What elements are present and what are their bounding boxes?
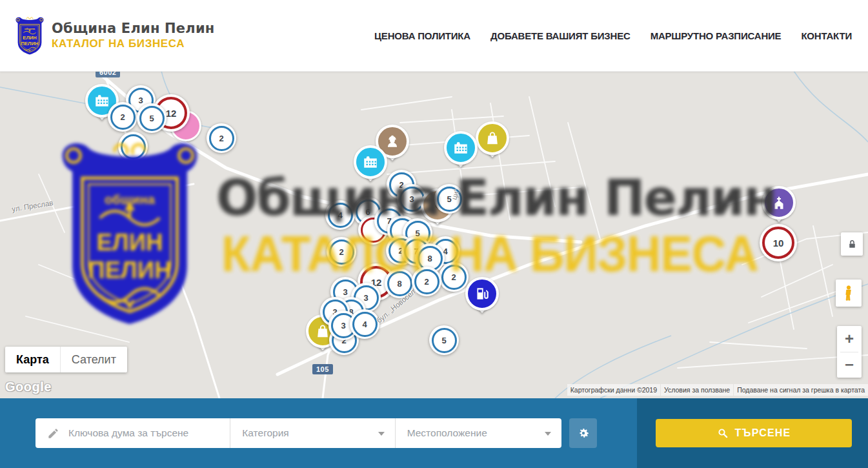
cluster-marker[interactable]: 10 (760, 224, 797, 261)
cluster-marker[interactable]: 4 (350, 309, 379, 339)
advanced-settings-button[interactable] (569, 418, 597, 448)
attribution-copyright: Картографски данни ©2019 (567, 384, 660, 396)
cluster-marker[interactable]: 2 (412, 267, 441, 296)
cluster-ring: 2 (329, 239, 354, 265)
cluster-ring: 2 (441, 265, 467, 290)
location-select[interactable]: Местоположение (395, 418, 561, 448)
map-attribution: Картографски данни ©2019 Условия за полз… (567, 384, 868, 396)
cluster-marker[interactable]: 5 (429, 325, 459, 355)
cluster-ring: 4 (328, 203, 353, 228)
cluster-marker[interactable] (118, 132, 148, 161)
cluster-marker[interactable]: 2 (207, 123, 236, 153)
markers-layer: 312252235647522748212823383234510 (0, 71, 868, 398)
cluster-ring (121, 134, 146, 159)
street-view-pegman-button[interactable] (836, 280, 862, 307)
cluster-marker[interactable]: 4 (325, 200, 355, 230)
cluster-count: 12 (166, 108, 177, 119)
cluster-marker[interactable]: 2 (439, 262, 469, 292)
attribution-terms-link[interactable]: Условия за ползване (661, 384, 733, 396)
map-type-satellite-button[interactable]: Сателит (60, 347, 127, 372)
cluster-count: 3 (138, 96, 143, 105)
lock-icon (847, 239, 858, 250)
cluster-ring: 4 (352, 312, 378, 337)
pencil-icon (47, 427, 59, 440)
keyword-field (35, 418, 230, 448)
cluster-ring: 2 (110, 105, 136, 130)
zoom-in-button[interactable]: + (837, 326, 862, 352)
cluster-ring: 5 (432, 328, 457, 353)
search-icon (717, 427, 729, 439)
cluster-count: 2 (424, 277, 429, 287)
search-button-label: ТЪРСЕНЕ (735, 427, 791, 439)
fullscreen-lock-button[interactable] (841, 232, 863, 256)
cluster-count: 5 (441, 336, 446, 345)
location-select-label: Местоположение (407, 427, 487, 439)
factory-icon (354, 145, 387, 179)
cluster-marker[interactable]: 5 (434, 184, 464, 214)
church-pin[interactable] (762, 186, 796, 229)
fuel-pin[interactable] (465, 277, 499, 320)
fuel-icon (465, 277, 499, 310)
bag-icon (476, 121, 509, 155)
category-select[interactable]: Категория (230, 418, 394, 448)
municipality-emblem-icon (14, 15, 45, 56)
chevron-down-icon (545, 432, 551, 436)
cluster-marker[interactable]: 2 (108, 102, 137, 132)
cluster-count: 2 (219, 134, 223, 143)
cluster-ring: 5 (139, 106, 165, 131)
cluster-count: 2 (339, 247, 343, 257)
nav-item-route-schedule[interactable]: МАРШРУТНО РАЗПИСАНИЕ (651, 30, 782, 41)
cluster-count: 2 (451, 272, 456, 282)
search-fields-group: Категория Местоположение (35, 418, 561, 448)
bag-pin[interactable] (476, 121, 509, 164)
cluster-ring: 2 (414, 269, 439, 294)
google-logo[interactable]: Google (5, 380, 52, 394)
cluster-count: 2 (120, 112, 125, 122)
site-subtitle: КАТАЛОГ НА БИЗНЕСА (52, 37, 215, 50)
cluster-count: 3 (363, 293, 368, 303)
cluster-count: 4 (338, 210, 342, 220)
cluster-count: 3 (409, 194, 414, 204)
cluster-count: 3 (341, 321, 345, 331)
cluster-marker[interactable]: 5 (137, 103, 167, 133)
nav-item-add-business[interactable]: ДОБАВЕТЕ ВАШИЯТ БИЗНЕС (490, 30, 631, 41)
site-logo[interactable]: Община Елин Пелин КАТАЛОГ НА БИЗНЕСА (14, 15, 215, 56)
search-bar: Категория Местоположение ТЪРСЕНЕ (0, 398, 868, 468)
zoom-control: + − (837, 326, 862, 378)
cluster-count: 4 (362, 320, 367, 329)
road-badge-105: 105 (312, 364, 333, 374)
cluster-count: 5 (149, 114, 154, 123)
church-icon (762, 186, 796, 219)
cluster-ring: 2 (209, 126, 234, 151)
attribution-report-error-link[interactable]: Подаване на сигнал за грешка в картата (734, 384, 868, 396)
gear-icon (576, 426, 590, 440)
pegman-icon (842, 285, 856, 301)
cluster-count: 3 (343, 287, 347, 297)
map-type-map-button[interactable]: Карта (5, 347, 60, 372)
nav-item-pricing[interactable]: ЦЕНОВА ПОЛИТИКА (374, 30, 470, 41)
factory-pin[interactable] (444, 131, 478, 174)
cluster-count: 8 (397, 279, 401, 289)
search-button[interactable]: ТЪРСЕНЕ (656, 419, 852, 447)
chevron-down-icon (378, 432, 385, 436)
main-nav: ЦЕНОВА ПОЛИТИКА ДОБАВЕТЕ ВАШИЯТ БИЗНЕС М… (374, 0, 852, 71)
category-select-label: Категория (242, 427, 288, 439)
factory-pin[interactable] (354, 145, 387, 188)
factory-icon (444, 131, 478, 165)
site-title: Община Елин Пелин (52, 21, 215, 36)
cluster-marker[interactable]: 2 (327, 237, 356, 267)
nav-item-contacts[interactable]: КОНТАКТИ (801, 30, 852, 41)
cluster-ring: 10 (762, 227, 794, 259)
header: Община Елин Пелин КАТАЛОГ НА БИЗНЕСА ЦЕН… (0, 0, 868, 72)
map-type-control: Карта Сателит (5, 347, 127, 372)
cluster-count: 10 (773, 238, 784, 249)
cluster-count: 8 (427, 254, 432, 263)
google-map[interactable]: 312252235647522748212823383234510 6002 1… (0, 71, 868, 398)
zoom-out-button[interactable]: − (837, 352, 862, 378)
keyword-search-input[interactable] (67, 427, 218, 440)
